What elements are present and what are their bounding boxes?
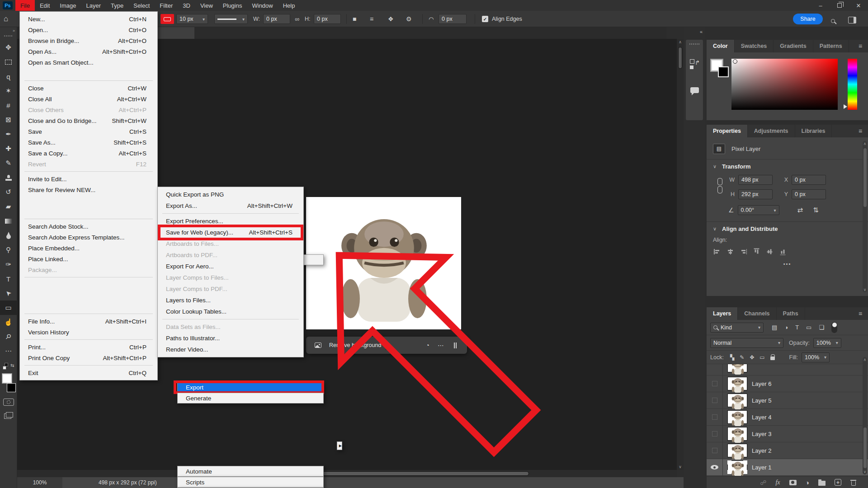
layer-row[interactable] — [707, 364, 868, 375]
flip-vertical-icon[interactable]: ⇅ — [813, 206, 819, 214]
panel-tab[interactable]: Adjustments — [748, 125, 795, 137]
path-operations-icon[interactable]: ■ — [353, 14, 356, 24]
delete-layer-icon[interactable] — [850, 479, 856, 486]
panel-scrollbar[interactable]: ∧ ∨ — [863, 141, 867, 292]
align-right-icon[interactable] — [740, 249, 747, 255]
eraser-tool[interactable]: ▰ — [0, 199, 17, 214]
scroll-up-icon[interactable]: ∧ — [863, 141, 867, 146]
swap-colors-icon[interactable]: ⇆ — [10, 363, 14, 368]
menu-item[interactable]: Export For Aero... ▶ — [158, 261, 303, 272]
menu-item[interactable]: ▶ — [20, 217, 157, 221]
scroll-up-icon[interactable]: ∧ — [679, 39, 682, 45]
sliders-icon[interactable] — [452, 343, 458, 348]
menu-item[interactable]: Open as Smart Object... ▶ — [20, 57, 157, 68]
hue-slider-arrow[interactable] — [844, 104, 847, 109]
visibility-toggle[interactable] — [707, 375, 723, 392]
foreground-color-swatch[interactable] — [2, 373, 12, 384]
menu-item[interactable]: Revert F12 ▶ — [20, 159, 157, 169]
menu-item[interactable]: Data Sets as Files... ▶ — [158, 321, 303, 333]
clone-stamp-tool[interactable] — [0, 170, 17, 185]
more-tools[interactable]: ⋯ — [0, 344, 17, 358]
frame-tool[interactable]: ⊠ — [0, 113, 17, 127]
marquee-tool[interactable] — [0, 55, 17, 69]
zoom-level[interactable]: 100% — [17, 477, 62, 488]
menubar-item[interactable]: Type — [106, 0, 128, 11]
menu-item[interactable]: Layers to Files... ▶ — [158, 295, 303, 306]
panel-tab[interactable]: Swatches — [735, 40, 774, 52]
type-tool[interactable]: T — [0, 272, 17, 286]
filter-kind-dropdown[interactable]: Kind▾ — [710, 323, 764, 333]
panel-menu-icon[interactable]: ≡ — [853, 307, 868, 320]
link-dimensions-icon[interactable]: ∞ — [295, 14, 299, 24]
menu-item[interactable]: Place Embedded... ▶ — [20, 243, 157, 253]
align-left-icon[interactable] — [714, 249, 721, 255]
panel-tab[interactable]: Channels — [738, 307, 776, 320]
scrollbar-thumb[interactable] — [678, 47, 682, 69]
transform-y-input[interactable]: 0 px — [792, 189, 826, 199]
rectangle-tool[interactable]: ▭ — [0, 300, 17, 315]
color-cursor[interactable] — [733, 59, 737, 64]
menu-item[interactable]: Artboards to Files... ▶ — [158, 238, 303, 249]
menubar-item[interactable]: Window — [247, 0, 278, 11]
background-color-swatch[interactable] — [7, 383, 16, 392]
lasso-tool[interactable]: ɋ — [0, 69, 17, 84]
toolbar-grip[interactable] — [4, 35, 13, 37]
comment-bubble-icon[interactable] — [690, 87, 699, 93]
menu-item[interactable]: ▶ — [20, 363, 157, 367]
stroke-style-dropdown[interactable]: ▾ — [214, 14, 248, 24]
width-input[interactable]: 0 px — [263, 14, 290, 24]
collapse-toolbar-icon[interactable]: » — [0, 27, 17, 34]
share-button[interactable]: Share — [793, 14, 823, 24]
menu-item[interactable]: ▶ — [20, 312, 157, 316]
hue-slider[interactable] — [848, 59, 857, 110]
close-button[interactable]: ✕ — [849, 0, 868, 11]
menu-item[interactable]: ▶ — [158, 211, 303, 216]
menu-item[interactable]: ▶ — [20, 275, 157, 279]
home-icon[interactable]: ⌂ — [4, 14, 8, 24]
restore-button[interactable] — [830, 0, 849, 11]
link-layers-icon[interactable]: ☍ — [760, 479, 766, 486]
scroll-down-icon[interactable]: ∨ — [863, 287, 867, 292]
visibility-toggle[interactable] — [707, 409, 723, 425]
menubar-item[interactable]: Layer — [81, 0, 106, 11]
panel-tab[interactable]: Color — [707, 40, 735, 52]
expand-panels-icon[interactable]: « — [700, 29, 703, 34]
workspace-icon[interactable] — [848, 15, 856, 25]
menu-item[interactable]: Package... ▶ — [20, 264, 157, 275]
pen-tool[interactable]: ✑ — [0, 257, 17, 272]
quick-mask-button[interactable] — [3, 399, 14, 406]
align-top-icon[interactable] — [754, 249, 760, 255]
tone-icon[interactable]: ◔ — [426, 342, 429, 349]
layer-group-icon[interactable] — [818, 481, 826, 486]
menu-item[interactable]: Share for Review NEW... ▶ — [20, 184, 157, 195]
menu-item[interactable]: Place Linked... ▶ — [20, 253, 157, 264]
layer-effects-icon[interactable]: fx — [775, 479, 780, 486]
move-tool[interactable]: ✥ — [0, 40, 17, 55]
color-spectrum-field[interactable] — [731, 59, 838, 110]
lock-artboard-icon[interactable]: ▭ — [760, 354, 764, 361]
panel-tab[interactable]: Properties — [707, 125, 748, 137]
layer-row[interactable]: Layer 6 — [707, 375, 868, 392]
menu-item[interactable]: File Info... Alt+Shift+Ctrl+I ▶ — [20, 316, 157, 327]
zoom-tool[interactable]: ⚲ — [0, 329, 17, 344]
align-section-header[interactable]: ∨ Align and Distribute — [713, 225, 862, 232]
panel-tab[interactable]: Patterns — [813, 40, 849, 52]
flip-horizontal-icon[interactable]: ⇄ — [797, 206, 803, 214]
menu-item[interactable]: Render Video... ▶ — [158, 344, 303, 355]
stroke-width-dropdown[interactable]: 10 px▾ — [176, 14, 208, 24]
menu-item[interactable]: Close and Go to Bridge... Shift+Ctrl+W ▶ — [20, 115, 157, 126]
visibility-toggle[interactable] — [707, 459, 723, 475]
path-alignment-icon[interactable]: ≡ — [370, 14, 373, 24]
new-layer-icon[interactable]: + — [835, 479, 841, 486]
menu-item[interactable]: Save for Web (Legacy)... Alt+Shift+Ctrl+… — [158, 227, 303, 238]
layer-mask-icon[interactable] — [789, 480, 797, 485]
filter-shape-layers-icon[interactable]: ▭ — [806, 324, 811, 331]
menu-item[interactable]: Export ▶ — [177, 382, 324, 393]
panel-tab[interactable]: Paths — [777, 307, 805, 320]
lock-all-icon[interactable] — [770, 357, 775, 360]
menubar-item[interactable]: Edit — [35, 0, 55, 11]
path-select-tool[interactable]: ➤ — [0, 286, 17, 300]
lock-paint-icon[interactable]: ✎ — [740, 354, 744, 361]
tool-preset-red-highlight[interactable] — [160, 14, 174, 24]
visibility-toggle[interactable] — [707, 426, 723, 442]
